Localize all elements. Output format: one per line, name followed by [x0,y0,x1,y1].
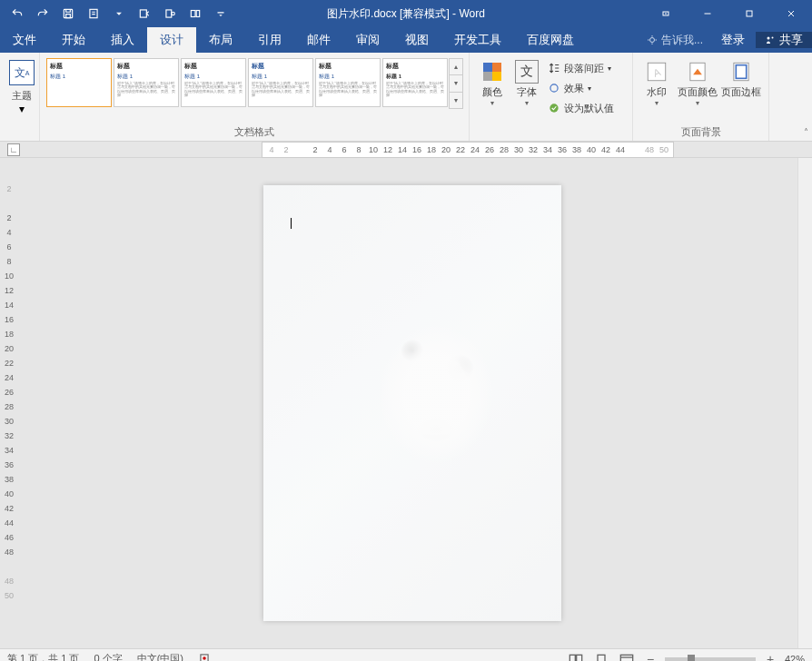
style-item-4[interactable]: 标题 标题 1 对于"插入"选项卡上的库，在设计时需与文档中的其他元素协调一致，… [248,58,313,107]
qat-item-6[interactable] [158,2,182,25]
style-gallery: 标题 标题 1 标题 标题 1 对于"插入"选项卡上的库，在设计时需与文档中的其… [45,56,463,122]
zoom-in-button[interactable]: + [763,652,777,662]
style-item-2[interactable]: 标题 标题 1 对于"插入"选项卡上的库，在设计时需与文档中的其他元素协调一致，… [114,58,179,107]
macro-icon[interactable] [198,652,211,662]
close-button[interactable] [770,0,812,27]
style-item-1[interactable]: 标题 标题 1 [46,58,112,107]
vertical-scrollbar[interactable] [797,158,812,648]
watermark-button[interactable]: A 水印▾ [639,56,676,107]
quick-access-toolbar [0,2,233,25]
zoom-slider[interactable] [665,657,756,661]
statusbar: 第 1 页，共 1 页 0 个字 中文(中国) − + 42% [0,648,812,661]
doc-format-group: 标题 标题 1 标题 标题 1 对于"插入"选项卡上的库，在设计时需与文档中的其… [40,53,470,141]
word-count[interactable]: 0 个字 [94,652,122,661]
undo-button[interactable] [5,2,29,25]
zoom-level[interactable]: 42% [785,654,805,662]
tab-selector[interactable]: ∟ [7,143,20,156]
page-bg-group: A 水印▾ 页面颜色▾ 页面边框 页面背景 [633,53,769,141]
web-layout-button[interactable] [618,652,636,662]
svg-rect-7 [196,11,200,17]
svg-rect-9 [747,11,752,16]
set-default-button[interactable]: 设为默认值 [544,98,618,118]
style-item-3[interactable]: 标题 标题 1 对于"插入"选项卡上的库，在设计时需与文档中的其他元素协调一致，… [181,58,246,107]
qat-item-7[interactable] [183,2,207,25]
page-status[interactable]: 第 1 页，共 1 页 [7,652,79,661]
colors-button[interactable]: 颜色▾ [475,56,510,118]
watermark-image [263,185,561,621]
tab-insert[interactable]: 插入 [98,27,147,53]
tab-review[interactable]: 审阅 [343,27,392,53]
editor-area: 2246810121416182022242628303234363840424… [0,158,812,648]
svg-point-21 [203,656,206,660]
svg-point-12 [772,37,774,39]
gallery-up-button[interactable]: ▴ [450,59,462,75]
maximize-button[interactable] [728,0,770,27]
tab-developer[interactable]: 开发工具 [441,27,514,53]
tab-design[interactable]: 设计 [147,27,196,53]
qat-item-4[interactable] [82,2,105,25]
horizontal-ruler[interactable]: 4224681012141618202224262830323436384042… [262,142,674,158]
svg-point-5 [172,12,175,15]
vertical-ruler[interactable]: 2246810121416182022242628303234363840424… [0,158,18,648]
svg-rect-1 [66,15,71,18]
svg-rect-4 [166,10,172,17]
para-spacing-button[interactable]: 段落间距▾ [544,58,618,78]
page-bg-label: 页面背景 [633,125,768,139]
svg-rect-22 [569,655,575,661]
svg-rect-3 [140,10,146,17]
window-controls [645,0,812,27]
style-item-6[interactable]: 标题 标题 1 对于"插入"选项卡上的库，在设计时需与文档中的其他元素协调一致，… [382,58,448,107]
save-button[interactable] [56,2,80,25]
page-border-button[interactable]: 页面边框 [719,56,763,107]
tab-home[interactable]: 开始 [49,27,98,53]
qat-item-5[interactable] [133,2,156,25]
ribbon: 文A 主题 ▾ 标题 标题 1 标题 标题 1 对于"插入"选项卡上的库，在设计… [0,53,812,142]
share-button[interactable]: 共享 [756,32,812,48]
ribbon-options-button[interactable] [645,0,687,27]
tab-baidu[interactable]: 百度网盘 [514,27,587,53]
svg-rect-6 [191,11,195,17]
tab-view[interactable]: 视图 [392,27,441,53]
svg-rect-25 [620,655,632,661]
svg-point-10 [649,38,654,43]
document-canvas[interactable] [18,158,812,648]
svg-point-13 [550,84,558,92]
collapse-ribbon-button[interactable]: ˄ [804,127,808,137]
svg-rect-24 [598,655,605,661]
tell-me[interactable]: 告诉我... [639,33,710,48]
gallery-down-button[interactable]: ▾ [450,75,462,92]
redo-button[interactable] [31,2,54,25]
formatting-group: 颜色▾ 文 字体▾ 段落间距▾ 效果▾ 设为默认值 [470,53,633,141]
qat-customize[interactable] [209,2,233,25]
minimize-button[interactable] [687,0,728,27]
svg-point-11 [767,37,770,40]
zoom-out-button[interactable]: − [643,652,658,662]
svg-rect-23 [577,655,582,661]
effects-button[interactable]: 效果▾ [544,78,618,98]
page[interactable] [263,185,561,621]
fonts-button[interactable]: 文 字体▾ [510,56,544,118]
page-color-button[interactable]: 页面颜色▾ [676,56,719,107]
horizontal-ruler-area: ∟ 42246810121416182022242628303234363840… [0,142,812,158]
tab-layout[interactable]: 布局 [196,27,245,53]
tab-references[interactable]: 引用 [245,27,294,53]
titlebar: 图片水印.docx [兼容模式] - Word [0,0,812,27]
ribbon-tabs: 文件 开始 插入 设计 布局 引用 邮件 审阅 视图 开发工具 百度网盘 告诉我… [0,27,812,53]
text-cursor [291,218,292,229]
window-title: 图片水印.docx [兼容模式] - Word [327,6,485,22]
doc-format-label: 文档格式 [40,125,469,139]
language-status[interactable]: 中文(中国) [137,652,183,661]
tab-mailings[interactable]: 邮件 [294,27,343,53]
gallery-scroll: ▴ ▾ ▾ [449,58,463,109]
login-button[interactable]: 登录 [710,32,756,48]
qat-dropdown-1[interactable] [107,2,131,25]
print-layout-button[interactable] [592,652,610,662]
themes-group: 文A 主题 ▾ [0,53,40,141]
read-mode-button[interactable] [567,652,585,662]
gallery-more-button[interactable]: ▾ [450,93,462,108]
style-item-5[interactable]: 标题 标题 1 对于"插入"选项卡上的库，在设计时需与文档中的其他元素协调一致，… [315,58,381,107]
svg-point-14 [550,104,558,112]
themes-button[interactable]: 文A 主题 ▾ [5,56,38,115]
tab-file[interactable]: 文件 [0,27,49,53]
